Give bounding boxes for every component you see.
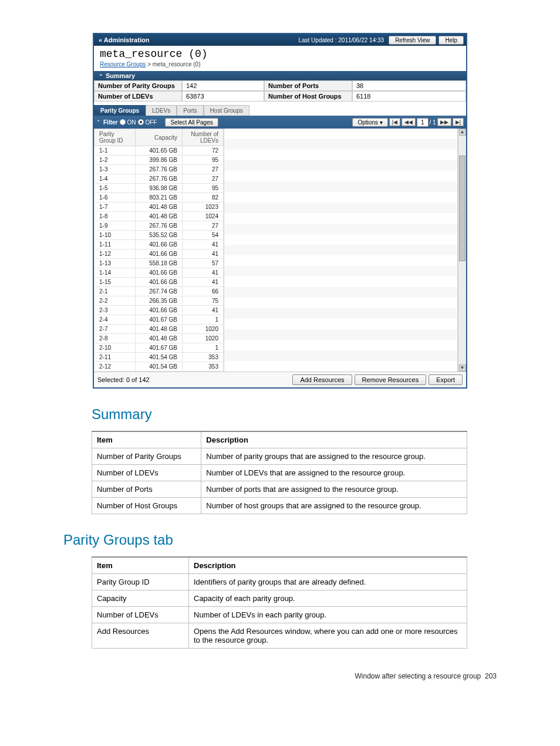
pager-first-button[interactable]: |◀ [389,118,400,126]
table-footer: Selected: 0 of 142 Add Resources Remove … [94,372,466,387]
cell-capacity: 558.18 GB [136,259,183,268]
cell-ldevs: 353 [183,353,224,362]
select-all-pages-button[interactable]: Select All Pages [165,118,218,127]
cell-pgid: 1-11 [95,240,136,249]
cell-capacity: 401.66 GB [136,278,183,287]
cell-pgid: 2-8 [95,334,136,343]
vertical-scrollbar[interactable]: ▲ ▼ [458,129,466,372]
table-row[interactable]: 2-7401.48 GB1020 [95,325,224,334]
cell-item: Number of Ports [92,481,201,498]
table-row[interactable]: 1-7401.48 GB1023 [95,202,224,212]
cell-pgid: 1-7 [95,202,136,212]
summary-label: Number of Ports [264,80,352,91]
cell-ldevs: 66 [183,287,224,296]
tab-parity-groups[interactable]: Parity Groups [94,105,146,116]
cell-ldevs: 1023 [183,202,224,212]
cell-capacity: 401.66 GB [136,268,183,278]
table-row[interactable]: 1-8401.48 GB1024 [95,212,224,221]
tab-ports[interactable]: Ports [177,105,203,116]
help-button[interactable]: Help [438,36,464,45]
cell-item: Parity Group ID [92,574,189,590]
col-capacity[interactable]: Capacity [136,129,183,146]
tab-ldevs[interactable]: LDEVs [146,105,177,116]
table-row[interactable]: 2-11401.54 GB353 [95,353,224,362]
summary-header[interactable]: ⌃Summary [94,71,466,80]
refresh-view-button[interactable]: Refresh View [389,36,436,45]
scroll-down-icon[interactable]: ▼ [459,364,466,372]
scroll-up-icon[interactable]: ▲ [459,129,466,136]
resource-title: meta_resource (0) [100,48,460,60]
table-row[interactable]: 1-6803.21 GB82 [95,193,224,202]
add-resources-button[interactable]: Add Resources [292,374,352,385]
cell-ldevs: 72 [183,146,224,156]
cell-capacity: 535.52 GB [136,231,183,240]
options-dropdown[interactable]: Options ▾ [352,118,387,127]
pager-last-button[interactable]: ▶| [453,118,464,126]
table-row[interactable]: 1-3267.76 GB27 [95,165,224,174]
cell-capacity: 401.67 GB [136,315,183,325]
scroll-thumb[interactable] [459,156,465,261]
pager-prev-button[interactable]: ◀◀ [402,118,416,126]
summary-label: Number of LDEVs [94,91,182,102]
cell-pgid: 1-4 [95,174,136,184]
export-button[interactable]: Export [429,374,463,385]
table-row[interactable]: 2-2266.35 GB75 [95,296,224,306]
table-row[interactable]: 1-5936.98 GB95 [95,184,224,193]
table-row[interactable]: 2-1267.74 GB66 [95,287,224,296]
cell-capacity: 267.76 GB [136,174,183,184]
cell-ldevs: 75 [183,296,224,306]
table-row[interactable]: 1-2399.86 GB95 [95,156,224,165]
filter-on-radio[interactable]: ON [120,119,136,126]
cell-capacity: 401.67 GB [136,343,183,353]
table-row[interactable]: 1-15401.66 GB41 [95,278,224,287]
pager-next-button[interactable]: ▶▶ [437,118,451,126]
cell-ldevs: 353 [183,362,224,372]
cell-ldevs: 1 [183,343,224,353]
pager-page-input[interactable]: 1 [417,118,429,127]
table-row[interactable]: 1-10535.52 GB54 [95,231,224,240]
table-row: Number of LDEVsNumber of LDEVs in each p… [92,607,467,623]
cell-pgid: 1-8 [95,212,136,221]
cell-ldevs: 41 [183,268,224,278]
remove-resources-button[interactable]: Remove Resources [355,374,427,385]
top-bar: « Administration Last Updated : 2011/06/… [94,34,466,46]
scroll-track[interactable] [458,136,466,364]
table-row[interactable]: 1-9267.76 GB27 [95,221,224,231]
storage-admin-panel: « Administration Last Updated : 2011/06/… [93,33,467,389]
filter-off-radio[interactable]: OFF [138,119,157,126]
table-row[interactable]: 2-4401.67 GB1 [95,315,224,325]
table-row[interactable]: 1-11401.66 GB41 [95,240,224,249]
table-row[interactable]: 2-10401.67 GB1 [95,343,224,353]
cell-desc: Number of LDEVs in each parity group. [189,607,467,623]
cell-capacity: 401.48 GB [136,325,183,334]
table-row[interactable]: 2-3401.66 GB41 [95,306,224,315]
page-footer: Window after selecting a resource group … [0,672,497,680]
cell-ldevs: 27 [183,165,224,174]
collapse-icon: ⌃ [96,119,101,125]
col-number-ldevs[interactable]: Number of LDEVs [183,129,224,146]
col-item: Item [92,557,189,574]
parity-groups-table: Parity Group ID Capacity Number of LDEVs… [94,129,224,372]
table-row: Number of PortsNumber of ports that are … [92,481,467,498]
table-row: Number of Host GroupsNumber of host grou… [92,498,467,514]
breadcrumb-resource-groups-link[interactable]: Resource Groups [100,61,146,67]
table-empty-area [224,129,458,372]
back-administration-link[interactable]: « Administration [94,36,154,43]
table-row: Parity Group IDIdentifiers of parity gro… [92,574,467,590]
col-parity-group-id[interactable]: Parity Group ID [95,129,136,146]
cell-ldevs: 41 [183,249,224,259]
tab-host-groups[interactable]: Host Groups [204,105,249,116]
cell-desc: Opens the Add Resources window, where yo… [189,623,467,649]
table-row[interactable]: 1-12401.66 GB41 [95,249,224,259]
table-row[interactable]: 1-13558.18 GB57 [95,259,224,268]
table-row[interactable]: 2-8401.48 GB1020 [95,334,224,343]
filter-label: Filter [103,119,117,126]
cell-item: Number of LDEVs [92,465,201,481]
table-row[interactable]: 2-12401.54 GB353 [95,362,224,372]
cell-capacity: 267.76 GB [136,165,183,174]
table-row[interactable]: 1-14401.66 GB41 [95,268,224,278]
table-row[interactable]: 1-1401.65 GB72 [95,146,224,156]
table-row[interactable]: 1-4267.76 GB27 [95,174,224,184]
cell-desc: Identifiers of parity groups that are al… [189,574,467,590]
cell-ldevs: 41 [183,278,224,287]
